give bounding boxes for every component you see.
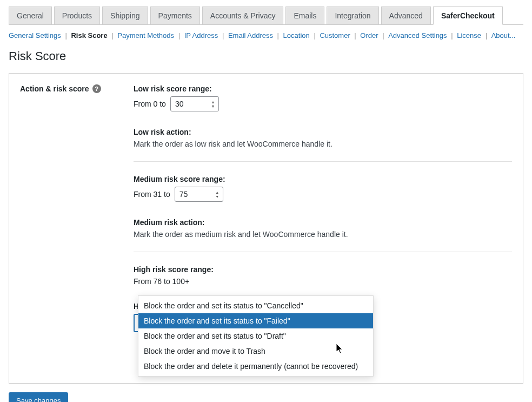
tab-integration[interactable]: Integration — [327, 6, 378, 24]
subnav-ip-address[interactable]: IP Address — [184, 31, 218, 39]
spinner-icon[interactable]: ▲▼ — [214, 189, 221, 200]
subnav-payment-methods[interactable]: Payment Methods — [117, 31, 174, 39]
subnav-location[interactable]: Location — [283, 31, 310, 39]
low-action-label: Low risk action: — [134, 128, 512, 136]
tab-safercheckout[interactable]: SaferCheckout — [433, 6, 503, 25]
tab-emails[interactable]: Emails — [285, 6, 324, 24]
medium-action-label: Medium risk action: — [134, 218, 512, 227]
tab-advanced[interactable]: Advanced — [381, 6, 431, 24]
medium-risk-section: Medium risk score range: From 31 to 75 ▲… — [134, 161, 512, 252]
tab-shipping[interactable]: Shipping — [102, 6, 148, 24]
low-action-desc: Mark the order as low risk and let WooCo… — [134, 140, 512, 148]
help-icon[interactable]: ? — [92, 84, 101, 93]
tab-payments[interactable]: Payments — [150, 6, 200, 24]
field-label: Action & risk score ? — [20, 84, 134, 93]
subnav-general-settings[interactable]: General Settings — [9, 31, 61, 39]
medium-range-input[interactable]: 75 ▲▼ — [175, 187, 223, 202]
subnav-license[interactable]: License — [457, 31, 481, 39]
subnav-risk-score: Risk Score — [71, 31, 107, 39]
subnav-about-[interactable]: About... — [491, 31, 516, 39]
medium-action-desc: Mark the order as medium risk and let Wo… — [134, 230, 512, 239]
tab-products[interactable]: Products — [54, 6, 100, 24]
dropdown-option[interactable]: Block the order and set its status to "C… — [138, 298, 373, 313]
high-action-dropdown: Block the order and set its status to "C… — [138, 295, 374, 377]
subnav-customer[interactable]: Customer — [320, 31, 350, 39]
page-title: Risk Score — [9, 49, 523, 63]
subnav-order[interactable]: Order — [360, 31, 378, 39]
save-button[interactable]: Save changes — [9, 392, 68, 402]
subnav-email-address[interactable]: Email Address — [228, 31, 273, 39]
high-range-text: From 76 to 100+ — [134, 277, 512, 286]
dropdown-option[interactable]: Block the order and delete it permanentl… — [138, 359, 373, 374]
main-tabs: GeneralProductsShippingPaymentsAccounts … — [9, 6, 523, 25]
low-risk-section: Low risk score range: From 0 to 30 ▲▼ Lo… — [134, 84, 512, 161]
medium-range-label: Medium risk score range: — [134, 175, 512, 183]
tab-general[interactable]: General — [9, 6, 52, 24]
low-from-text: From 0 to — [134, 100, 166, 108]
low-range-input[interactable]: 30 ▲▼ — [170, 96, 219, 111]
low-range-label: Low risk score range: — [134, 84, 512, 93]
dropdown-option[interactable]: Block the order and move it to Trash — [138, 344, 373, 359]
medium-from-text: From 31 to — [134, 190, 170, 199]
dropdown-option[interactable]: Block the order and set its status to "F… — [138, 313, 373, 328]
dropdown-option[interactable]: Block the order and set its status to "D… — [138, 328, 373, 344]
sub-navigation: General Settings | Risk Score | Payment … — [9, 31, 523, 39]
tab-accounts-privacy[interactable]: Accounts & Privacy — [202, 6, 284, 24]
high-range-label: High risk score range: — [134, 265, 512, 274]
spinner-icon[interactable]: ▲▼ — [209, 98, 217, 109]
subnav-advanced-settings[interactable]: Advanced Settings — [388, 31, 447, 39]
